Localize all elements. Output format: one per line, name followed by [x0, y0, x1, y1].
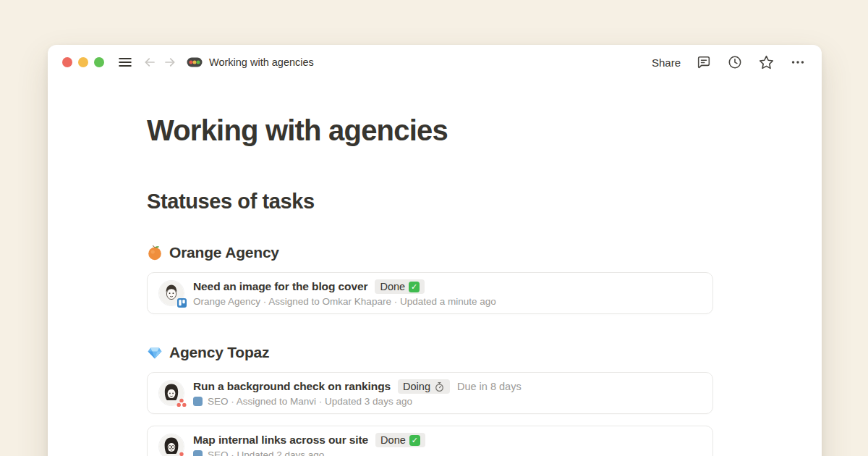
task-card[interactable]: Map internal links across our site Done …: [147, 426, 713, 456]
group-name: Orange Agency: [169, 243, 279, 262]
update-history-icon[interactable]: [727, 54, 743, 70]
favorite-star-icon[interactable]: [758, 54, 775, 71]
traffic-light-page-icon: [187, 57, 203, 67]
task-title: Need an image for the blog cover: [193, 280, 367, 293]
task-meta: SEO · Updated 2 days ago: [208, 449, 324, 456]
traffic-lights: [62, 57, 104, 67]
back-arrow-icon[interactable]: [142, 54, 158, 70]
stopwatch-icon: [434, 381, 445, 392]
breadcrumb[interactable]: Working with agencies: [187, 56, 314, 68]
section-heading: Statuses of tasks: [147, 188, 713, 214]
minimize-button[interactable]: [78, 57, 88, 67]
gem-emoji: [147, 345, 163, 360]
share-button[interactable]: Share: [652, 56, 681, 69]
group-heading-orange-agency: Orange Agency: [147, 243, 713, 262]
assignee-avatar: [159, 281, 184, 305]
doc-title: Working with agencies: [209, 56, 314, 68]
status-badge[interactable]: Done ✓: [375, 433, 425, 447]
group-name: Agency Topaz: [169, 343, 269, 362]
assignee-avatar: [159, 434, 184, 456]
category-swatch: [193, 397, 203, 406]
status-label: Done: [380, 281, 405, 292]
comments-icon[interactable]: [696, 54, 712, 70]
task-meta: Orange Agency · Assigned to Omkar Khapar…: [193, 296, 496, 307]
check-icon: ✓: [409, 435, 420, 446]
asana-icon: [176, 452, 187, 456]
forward-arrow-icon[interactable]: [162, 54, 178, 70]
check-icon: ✓: [409, 282, 420, 292]
category-swatch: [193, 450, 203, 456]
due-text: Due in 8 days: [457, 381, 522, 392]
hamburger-menu-icon[interactable]: [117, 54, 133, 70]
task-title: Run a background check on rankings: [193, 380, 391, 393]
task-card[interactable]: Need an image for the blog cover Done ✓ …: [147, 272, 713, 314]
titlebar: Working with agencies Share: [48, 45, 822, 80]
status-label: Doing: [403, 381, 430, 392]
assignee-avatar: [159, 381, 184, 405]
asana-icon: [176, 398, 187, 408]
task-card[interactable]: Run a background check on rankings Doing…: [147, 372, 713, 414]
tangerine-emoji: [147, 245, 163, 261]
task-title: Map internal links across our site: [193, 434, 368, 447]
close-button[interactable]: [62, 57, 72, 67]
status-badge[interactable]: Doing: [398, 379, 450, 394]
zoom-button[interactable]: [94, 57, 104, 67]
group-heading-agency-topaz: Agency Topaz: [147, 343, 713, 362]
page-title: Working with agencies: [147, 113, 713, 148]
task-meta: SEO · Assigned to Manvi · Updated 3 days…: [208, 396, 412, 407]
app-window: Working with agencies Share Working with…: [48, 45, 822, 456]
status-label: Done: [380, 434, 406, 446]
more-options-icon[interactable]: [790, 54, 806, 70]
trello-icon: [177, 298, 187, 308]
status-badge[interactable]: Done ✓: [375, 279, 425, 294]
